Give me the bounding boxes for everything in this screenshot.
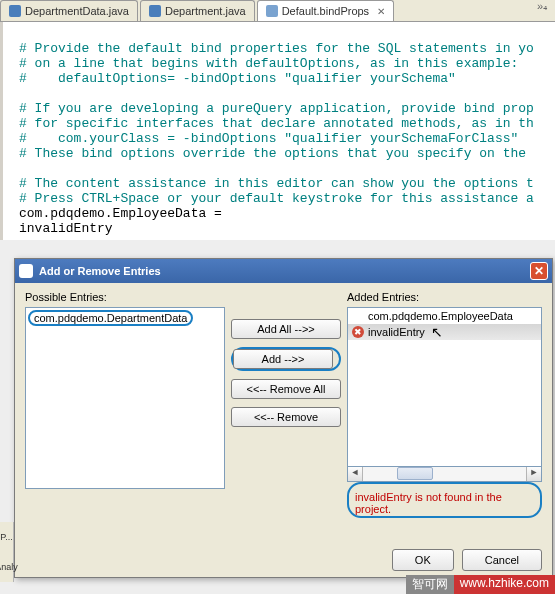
- tab-default-bindprops[interactable]: Default.bindProps ✕: [257, 0, 394, 21]
- tabs-overflow[interactable]: »₄: [529, 0, 555, 21]
- list-item-label: com.pdqdemo.EmployeeData: [368, 310, 513, 322]
- annotation-circle: invalidEntry is not found in the project…: [347, 482, 542, 518]
- annotation-circle: Add -->>: [231, 347, 341, 371]
- watermark-left: 智可网: [406, 575, 454, 594]
- java-icon: [9, 5, 21, 17]
- editor-line: com.pdqdemo.EmployeeData =: [19, 206, 222, 221]
- dialog-icon: [19, 264, 33, 278]
- cancel-button[interactable]: Cancel: [462, 549, 542, 571]
- text-editor[interactable]: # Provide the default bind properties fo…: [0, 22, 555, 240]
- dialog-footer: OK Cancel: [392, 549, 542, 571]
- list-item[interactable]: com.pdqdemo.EmployeeData: [348, 308, 541, 324]
- added-entries-label: Added Entries:: [347, 291, 542, 303]
- panel-label: Analy: [0, 562, 18, 572]
- editor-line: # defaultOptions= -bindOptions "qualifie…: [19, 71, 456, 86]
- close-icon[interactable]: ✕: [530, 262, 548, 280]
- tab-departmentdata[interactable]: DepartmentData.java: [0, 0, 138, 21]
- editor-line: invalidEntry: [19, 221, 113, 236]
- editor-line: # com.yourClass = -bindOptions "qualifie…: [19, 131, 518, 146]
- left-mini-panel: P... Analy: [0, 522, 14, 582]
- add-button[interactable]: Add -->>: [233, 349, 333, 369]
- add-remove-entries-dialog: Add or Remove Entries ✕ Possible Entries…: [14, 258, 553, 578]
- tab-label: Default.bindProps: [282, 5, 369, 17]
- add-all-button[interactable]: Add All -->>: [231, 319, 341, 339]
- error-icon: ✖: [352, 326, 364, 338]
- editor-line: # on a line that begins with defaultOpti…: [19, 56, 518, 71]
- editor-line: # for specific interfaces that declare a…: [19, 116, 534, 131]
- list-item[interactable]: ✖ invalidEntry ↖: [348, 324, 541, 340]
- possible-entries-list[interactable]: com.pdqdemo.DepartmentData: [25, 307, 225, 489]
- annotation-circle: com.pdqdemo.DepartmentData: [28, 310, 193, 326]
- list-item[interactable]: com.pdqdemo.DepartmentData: [30, 310, 191, 326]
- editor-line: # If you are developing a pureQuery appl…: [19, 101, 534, 116]
- horizontal-scrollbar[interactable]: ◄ ►: [347, 467, 542, 482]
- scroll-track[interactable]: [363, 467, 526, 481]
- watermark-right: www.hzhike.com: [454, 575, 555, 594]
- text-file-icon: [266, 5, 278, 17]
- scroll-left-button[interactable]: ◄: [348, 467, 363, 481]
- watermark: 智可网 www.hzhike.com: [406, 575, 555, 594]
- java-icon: [149, 5, 161, 17]
- dialog-title: Add or Remove Entries: [39, 265, 161, 277]
- added-column: Added Entries: com.pdqdemo.EmployeeData …: [347, 291, 542, 518]
- added-entries-list[interactable]: com.pdqdemo.EmployeeData ✖ invalidEntry …: [347, 307, 542, 467]
- list-item-label: invalidEntry: [368, 326, 425, 338]
- transfer-buttons: Add All -->> Add -->> <<-- Remove All <<…: [231, 291, 341, 518]
- remove-button[interactable]: <<-- Remove: [231, 407, 341, 427]
- editor-line: # Press CTRL+Space or your default keyst…: [19, 191, 534, 206]
- tab-label: Department.java: [165, 5, 246, 17]
- dialog-titlebar[interactable]: Add or Remove Entries ✕: [15, 259, 552, 283]
- dialog-body: Possible Entries: com.pdqdemo.Department…: [15, 283, 552, 520]
- possible-entries-label: Possible Entries:: [25, 291, 225, 303]
- error-message: invalidEntry is not found in the project…: [349, 490, 540, 516]
- editor-line: # The content assistance in this editor …: [19, 176, 534, 191]
- ok-button[interactable]: OK: [392, 549, 454, 571]
- scroll-right-button[interactable]: ►: [526, 467, 541, 481]
- panel-label: P...: [0, 532, 12, 542]
- editor-line: # Provide the default bind properties fo…: [19, 41, 534, 56]
- possible-column: Possible Entries: com.pdqdemo.Department…: [25, 291, 225, 518]
- tab-label: DepartmentData.java: [25, 5, 129, 17]
- editor-tabs: DepartmentData.java Department.java Defa…: [0, 0, 555, 22]
- scroll-thumb[interactable]: [397, 467, 433, 480]
- remove-all-button[interactable]: <<-- Remove All: [231, 379, 341, 399]
- editor-line: # These bind options override the option…: [19, 146, 534, 161]
- close-tab-icon[interactable]: ✕: [377, 6, 385, 17]
- tab-department[interactable]: Department.java: [140, 0, 255, 21]
